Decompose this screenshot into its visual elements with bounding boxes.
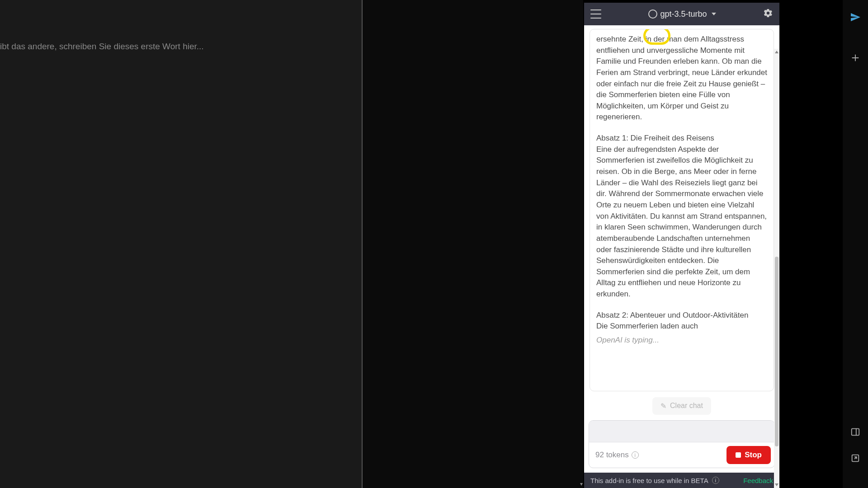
feedback-link[interactable]: Feedback (743, 477, 773, 484)
beta-bar: This add-in is free to use while in BETA… (584, 473, 779, 488)
chevron-down-icon (712, 13, 716, 15)
document-placeholder-text: ibt das andere, schreiben Sie dieses ers… (0, 42, 204, 52)
document-margin-pane (363, 0, 583, 488)
message-paragraph: ersehnte Zeit, in der man dem Alltagsstr… (596, 34, 767, 123)
message-paragraph: Absatz 1: Die Freiheit des Reisens Eine … (596, 133, 767, 300)
scroll-down-indicator[interactable]: ▾ (579, 481, 584, 488)
scroll-down-arrow-icon[interactable] (775, 483, 778, 486)
openai-logo-icon (648, 9, 657, 19)
model-name: gpt-3.5-turbo (660, 9, 707, 19)
open-external-icon[interactable] (849, 452, 862, 465)
right-action-rail (843, 0, 868, 488)
svg-rect-0 (852, 429, 859, 436)
document-editor-pane[interactable]: ibt das andere, schreiben Sie dieses ers… (0, 0, 362, 488)
chat-header: gpt-3.5-turbo (584, 3, 779, 25)
message-paragraph: Absatz 2: Abenteuer und Outdoor-Aktivitä… (596, 310, 767, 332)
gear-icon[interactable] (763, 8, 773, 20)
chat-body: ersehnte Zeit, in der man dem Alltagsstr… (584, 25, 779, 488)
stop-label: Stop (745, 450, 762, 460)
scrollbar-thumb[interactable] (775, 257, 778, 446)
scroll-up-arrow-icon[interactable] (775, 51, 778, 53)
plus-icon[interactable] (849, 52, 862, 64)
chat-input-footer: 92 tokens i Stop (589, 442, 774, 468)
stop-button[interactable]: Stop (726, 446, 771, 464)
stop-square-icon (736, 452, 741, 458)
token-counter: 92 tokens i (595, 450, 639, 460)
chat-input-block: 92 tokens i Stop (589, 420, 775, 468)
broom-icon: ✎ (660, 402, 666, 410)
clear-chat-button[interactable]: ✎ Clear chat (652, 397, 711, 415)
info-icon[interactable]: i (632, 451, 639, 459)
ai-chat-panel: gpt-3.5-turbo ersehnte Zeit, in der man … (584, 3, 779, 488)
beta-text: This add-in is free to use while in BETA (590, 477, 708, 484)
paper-plane-icon[interactable] (849, 11, 862, 23)
assistant-message: ersehnte Zeit, in der man dem Alltagsstr… (590, 29, 774, 391)
menu-icon[interactable] (590, 9, 601, 19)
panel-icon[interactable] (849, 426, 862, 438)
token-count-text: 92 tokens (595, 450, 629, 460)
model-selector[interactable]: gpt-3.5-turbo (648, 9, 716, 19)
info-icon[interactable]: i (712, 477, 719, 484)
clear-chat-label: Clear chat (670, 402, 703, 410)
scrollbar-track[interactable] (774, 49, 779, 488)
clear-chat-row: ✎ Clear chat (584, 391, 779, 420)
typing-indicator: OpenAI is typing... (596, 335, 767, 346)
chat-input[interactable] (589, 421, 774, 442)
